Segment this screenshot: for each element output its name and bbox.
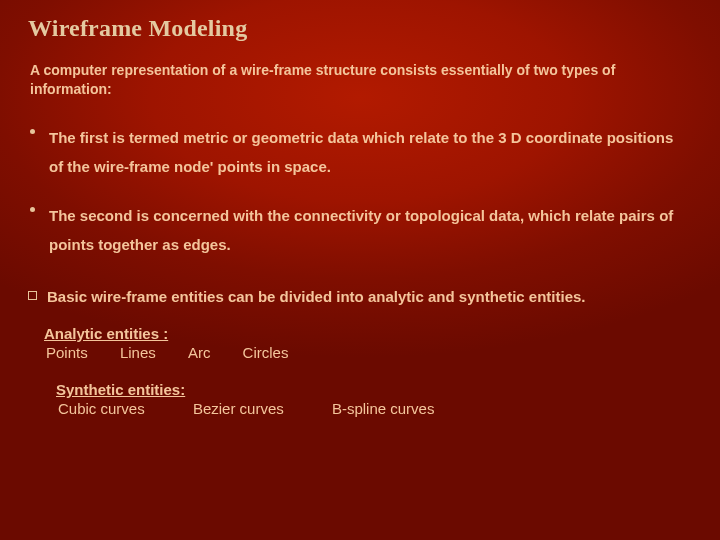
bullet-dot-icon [30,129,35,134]
bullet-text: The first is termed metric or geometric … [49,123,692,182]
analytic-item: Circles [243,344,289,361]
synthetic-list: Cubic curves Bezier curves B-spline curv… [58,400,692,417]
bullet-item-2: The second is concerned with the connect… [30,201,692,260]
analytic-item: Points [46,344,88,361]
square-bullet-text: Basic wire-frame entities can be divided… [47,286,586,308]
synthetic-item: B-spline curves [332,400,435,417]
analytic-item: Arc [188,344,211,361]
square-bullet-item: Basic wire-frame entities can be divided… [28,286,692,308]
bullet-text: The second is concerned with the connect… [49,201,692,260]
slide-wireframe-modeling: Wireframe Modeling A computer representa… [0,0,720,540]
square-bullet-icon [28,291,37,300]
analytic-list: Points Lines Arc Circles [46,344,692,361]
synthetic-item: Bezier curves [193,400,284,417]
bullet-dot-icon [30,207,35,212]
analytic-heading: Analytic entities : [44,325,692,342]
synthetic-item: Cubic curves [58,400,145,417]
analytic-item: Lines [120,344,156,361]
synthetic-heading: Synthetic entities: [56,381,692,398]
slide-title: Wireframe Modeling [28,14,692,43]
bullet-item-1: The first is termed metric or geometric … [30,123,692,182]
intro-paragraph: A computer representation of a wire-fram… [30,61,690,99]
